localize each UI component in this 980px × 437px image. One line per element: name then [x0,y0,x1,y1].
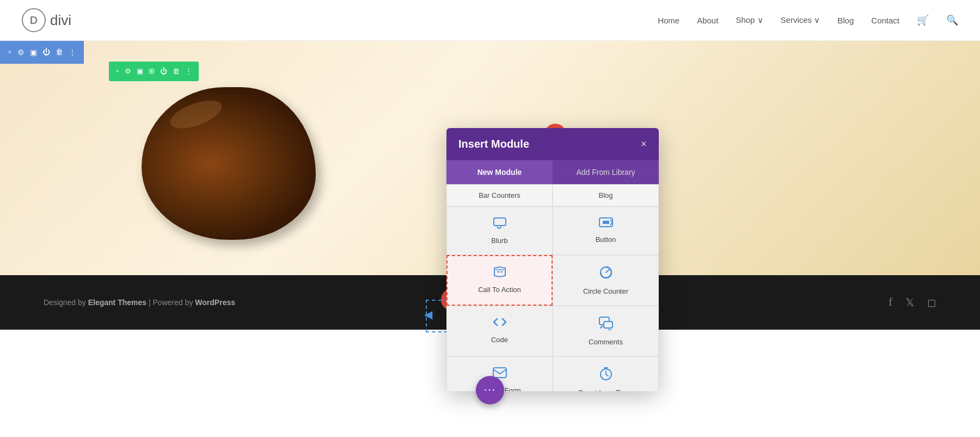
bottom-fab-button[interactable]: ··· [476,376,504,404]
button-icon [598,217,614,231]
circle-counter-label: Circle Counter [583,287,628,295]
module-button[interactable]: Button [553,207,659,255]
col-power-icon[interactable]: ⏻ [160,67,167,76]
nav-about[interactable]: About [697,16,718,25]
button-label: Button [596,235,616,244]
nav-services[interactable]: Services ∨ [781,15,820,25]
toolbar-more-icon[interactable]: ⋮ [69,48,76,57]
circle-counter-icon [599,265,613,283]
modal-title: Insert Module [458,138,529,150]
cart-icon[interactable]: 🛒 [917,14,929,26]
comments-icon [598,316,614,333]
svg-line-4 [606,270,609,272]
module-blurb[interactable]: Blurb [446,207,553,255]
col-layout-icon[interactable]: ▣ [137,67,143,76]
modal-tabs: New Module Add From Library [446,160,659,184]
footer-credit: Designed by Elegant Themes | Powered by … [44,298,235,307]
tab-add-from-library[interactable]: Add From Library [553,160,659,184]
nav-shop[interactable]: Shop ∨ [736,15,763,25]
module-countdown-timer[interactable]: Countdown Timer [553,356,659,391]
facebook-icon[interactable]: f [889,296,892,309]
nav-home[interactable]: Home [658,16,679,25]
modal-body: Bar Counters Blog Blurb [446,184,659,391]
toolbar-layout-icon[interactable]: ▣ [30,48,37,57]
modal-close-button[interactable]: × [641,138,647,150]
comments-label: Comments [589,338,623,346]
insert-module-modal: Insert Module × New Module Add From Libr… [446,128,659,391]
module-item-bar-counters[interactable]: Bar Counters [446,184,553,207]
blurb-label: Blurb [491,236,507,245]
search-icon[interactable]: 🔍 [946,14,958,26]
svg-rect-2 [603,221,609,224]
module-call-to-action[interactable]: Call To Action [446,255,553,306]
modal-header: Insert Module × [446,128,659,160]
svg-line-10 [606,374,608,376]
toolbar-add-icon[interactable]: + [8,48,12,57]
nav-contact[interactable]: Contact [871,16,899,25]
col-grid-icon[interactable]: ⊞ [149,67,155,76]
tab-new-module[interactable]: New Module [446,160,553,184]
countdown-timer-label: Countdown Timer [578,389,634,391]
bread-image [142,87,316,240]
call-to-action-icon [493,266,507,281]
dashed-arrow-icon: ◀ [424,308,432,321]
module-circle-counter[interactable]: Circle Counter [553,255,659,306]
logo-text: divi [50,12,71,29]
toolbar-delete-icon[interactable]: 🗑 [56,48,63,57]
svg-rect-0 [494,218,506,226]
logo[interactable]: D divi [22,8,71,32]
countdown-timer-icon [599,367,613,384]
module-comments[interactable]: Comments [553,306,659,356]
blurb-icon [493,217,507,232]
column-toolbar: + ⚙ ▣ ⊞ ⏻ 🗑 ⋮ [109,62,199,81]
svg-rect-6 [604,321,612,328]
col-delete-icon[interactable]: 🗑 [173,67,180,76]
nav-links: Home About Shop ∨ Services ∨ Blog Contac… [658,14,958,26]
col-more-icon[interactable]: ⋮ [185,67,192,76]
elegant-themes-link[interactable]: Elegant Themes [88,298,146,307]
code-label: Code [491,336,508,344]
logo-circle: D [22,8,46,32]
bread-highlight [167,95,225,134]
code-icon [492,316,507,331]
col-add-icon[interactable]: + [115,67,119,76]
col-settings-icon[interactable]: ⚙ [125,67,131,76]
module-item-blog[interactable]: Blog [553,184,659,207]
module-code[interactable]: Code [446,306,553,356]
toolbar-power-icon[interactable]: ⏻ [42,48,50,57]
wordpress-link[interactable]: WordPress [195,298,235,307]
navigation: D divi Home About Shop ∨ Services ∨ Blog… [0,0,980,41]
top-toolbar: + ⚙ ▣ ⏻ 🗑 ⋮ [0,41,84,64]
nav-blog[interactable]: Blog [837,16,854,25]
module-grid-partial: Bar Counters Blog [446,184,659,207]
footer-social: f 𝕏 ◻ [889,296,936,309]
twitter-icon[interactable]: 𝕏 [905,296,914,309]
instagram-icon[interactable]: ◻ [927,296,936,309]
call-to-action-label: Call To Action [478,286,521,294]
svg-rect-7 [493,368,506,378]
module-grid-main: Blurb Button [446,207,659,391]
toolbar-settings-icon[interactable]: ⚙ [17,48,24,57]
